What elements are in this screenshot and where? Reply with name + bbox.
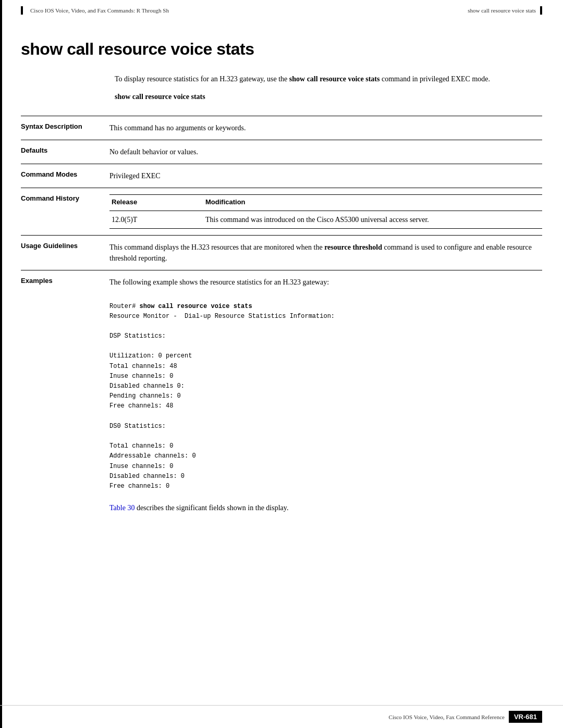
usage-guidelines-section: Usage Guidelines This command displays t…: [21, 235, 542, 270]
defaults-content: No default behavior or values.: [109, 146, 542, 157]
table-ref-paragraph: Table 30 describes the significant field…: [109, 502, 542, 513]
history-col-release: Release: [109, 195, 203, 211]
page-header: Cisco IOS Voice, Video, and Fax Commands…: [0, 0, 563, 19]
history-modification-cell: This command was introduced on the Cisco…: [203, 211, 542, 228]
defaults-label: Defaults: [21, 146, 109, 154]
command-history-label: Command History: [21, 194, 109, 202]
main-content: show call resource voice stats To displa…: [0, 19, 563, 554]
intro-text-end: command in privileged EXEC mode.: [380, 75, 490, 83]
header-left-text: Cisco IOS Voice, Video, and Fax Commands…: [30, 7, 169, 14]
history-table-body: 12.0(5)TThis command was introduced on t…: [109, 211, 542, 228]
page-footer: Cisco IOS Voice, Video, Fax Command Refe…: [0, 705, 563, 728]
examples-content: The following example shows the resource…: [109, 277, 542, 517]
command-history-content: Release Modification 12.0(5)TThis comman…: [109, 194, 542, 229]
left-border: [0, 0, 2, 728]
command-modes-section: Command Modes Privileged EXEC: [21, 164, 542, 188]
examples-label: Examples: [21, 277, 109, 285]
usage-text-start: This command displays the H.323 resource…: [109, 243, 324, 251]
page-title: show call resource voice stats: [21, 40, 542, 59]
examples-section: Examples The following example shows the…: [21, 270, 542, 523]
header-left: Cisco IOS Voice, Video, and Fax Commands…: [21, 6, 169, 15]
usage-guidelines-label: Usage Guidelines: [21, 242, 109, 250]
page: Cisco IOS Voice, Video, and Fax Commands…: [0, 0, 563, 728]
history-table-header-row: Release Modification: [109, 195, 542, 211]
command-syntax-text: show call resource voice stats: [115, 93, 205, 101]
footer-ref-text: Cisco IOS Voice, Video, Fax Command Refe…: [389, 714, 505, 720]
defaults-section: Defaults No default behavior or values.: [21, 140, 542, 164]
syntax-description-content: This command has no arguments or keyword…: [109, 122, 542, 133]
header-right: show call resource voice stats: [468, 6, 542, 15]
usage-bold: resource threshold: [324, 243, 382, 251]
header-right-text: show call resource voice stats: [468, 7, 536, 14]
command-modes-content: Privileged EXEC: [109, 170, 542, 181]
syntax-description-section: Syntax Description This command has no a…: [21, 116, 542, 140]
command-syntax-display: show call resource voice stats: [115, 93, 542, 101]
table-ref-suffix: describes the significant fields shown i…: [134, 504, 288, 512]
header-left-bar: [21, 6, 23, 15]
intro-paragraph: To display resource statistics for an H.…: [115, 73, 521, 84]
history-release-cell: 12.0(5)T: [109, 211, 203, 228]
history-table-row: 12.0(5)TThis command was introduced on t…: [109, 211, 542, 228]
footer-page-number: VR-681: [509, 711, 542, 723]
intro-text-start: To display resource statistics for an H.…: [115, 75, 289, 83]
intro-command-bold: show call resource voice stats: [289, 75, 380, 83]
header-right-bar: [540, 6, 542, 15]
footer-right: Cisco IOS Voice, Video, Fax Command Refe…: [389, 711, 542, 723]
usage-guidelines-content: This command displays the H.323 resource…: [109, 242, 542, 264]
history-col-modification: Modification: [203, 195, 542, 211]
syntax-description-label: Syntax Description: [21, 122, 109, 130]
table-30-link[interactable]: Table 30: [109, 504, 134, 512]
examples-code: Router# show call resource voice stats R…: [109, 302, 542, 492]
command-modes-label: Command Modes: [21, 170, 109, 178]
command-history-section: Command History Release Modification 12.…: [21, 188, 542, 235]
examples-intro: The following example shows the resource…: [109, 277, 542, 288]
history-table: Release Modification 12.0(5)TThis comman…: [109, 194, 542, 229]
